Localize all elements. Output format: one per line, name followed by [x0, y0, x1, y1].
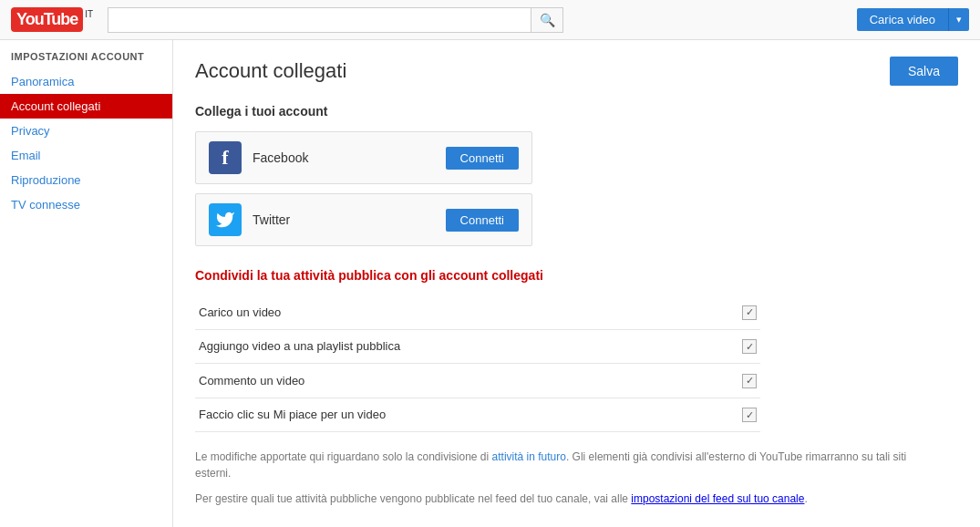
- footer-note-1: Le modifiche apportate qui riguardano so…: [195, 449, 943, 481]
- share-checkbox-3[interactable]: [742, 408, 757, 422]
- share-label-1: Aggiungo video a una playlist pubblica: [195, 329, 707, 364]
- upload-button-group: Carica video ▾: [857, 8, 969, 31]
- facebook-connect-button[interactable]: Connetti: [446, 147, 519, 170]
- sidebar-item-panoramica[interactable]: Panoramica: [0, 69, 172, 94]
- share-checkbox-0[interactable]: [742, 305, 757, 320]
- sidebar-item-email[interactable]: Email: [0, 143, 172, 168]
- twitter-account-name: Twitter: [253, 212, 446, 227]
- search-button[interactable]: 🔍: [531, 7, 563, 33]
- share-row-1: Aggiungo video a una playlist pubblica: [195, 329, 760, 364]
- share-checkbox-1[interactable]: [742, 339, 757, 354]
- share-row-2: Commento un video: [195, 364, 760, 398]
- footer-note-2: Per gestire quali tue attività pubbliche…: [195, 491, 943, 507]
- facebook-account-name: Facebook: [253, 150, 446, 165]
- sidebar: IMPOSTAZIONI ACCOUNT Panoramica Account …: [0, 40, 173, 527]
- logo-text: YouTube: [16, 10, 77, 29]
- page-title: Account collegati: [195, 59, 346, 83]
- save-button[interactable]: Salva: [890, 57, 958, 86]
- logo: YouTube IT: [11, 7, 93, 32]
- upload-button[interactable]: Carica video: [857, 8, 948, 31]
- share-label-0: Carico un video: [195, 295, 707, 329]
- share-row-0: Carico un video: [195, 295, 760, 329]
- page-header: Account collegati Salva: [195, 57, 958, 86]
- main-content: Account collegati Salva Collega i tuoi a…: [173, 40, 980, 527]
- sidebar-section-title: IMPOSTAZIONI ACCOUNT: [0, 51, 172, 69]
- share-checkbox-cell-1: [707, 329, 760, 364]
- share-section: Condividi la tua attività pubblica con g…: [195, 268, 958, 432]
- layout: IMPOSTAZIONI ACCOUNT Panoramica Account …: [0, 40, 980, 527]
- share-checkbox-cell-2: [707, 364, 760, 398]
- feed-settings-link[interactable]: impostazioni del feed sul tuo canale: [631, 492, 804, 505]
- facebook-account-card: f Facebook Connetti: [195, 131, 532, 184]
- share-label-2: Commento un video: [195, 364, 707, 398]
- sidebar-item-tv-connesse[interactable]: TV connesse: [0, 192, 172, 217]
- twitter-icon: [209, 203, 242, 236]
- search-icon: 🔍: [540, 13, 555, 27]
- logo-country: IT: [85, 9, 93, 19]
- sidebar-item-riproduzione[interactable]: Riproduzione: [0, 168, 172, 192]
- facebook-icon: f: [209, 141, 242, 174]
- search-input[interactable]: [108, 7, 531, 33]
- share-checkbox-2[interactable]: [742, 374, 757, 388]
- share-checkbox-cell-3: [707, 398, 760, 432]
- share-row-3: Faccio clic su Mi piace per un video: [195, 398, 760, 432]
- youtube-logo: YouTube: [11, 7, 83, 32]
- share-table: Carico un video Aggiungo video a una pla…: [195, 295, 760, 432]
- share-section-title: Condividi la tua attività pubblica con g…: [195, 268, 958, 283]
- header: YouTube IT 🔍 Carica video ▾: [0, 0, 980, 40]
- sidebar-item-privacy[interactable]: Privacy: [0, 119, 172, 143]
- share-label-3: Faccio clic su Mi piace per un video: [195, 398, 707, 432]
- sidebar-item-account-collegati[interactable]: Account collegati: [0, 94, 172, 119]
- twitter-connect-button[interactable]: Connetti: [446, 209, 519, 232]
- share-checkbox-cell-0: [707, 295, 760, 329]
- twitter-account-card: Twitter Connetti: [195, 193, 532, 246]
- search-bar: 🔍: [108, 7, 563, 33]
- collega-section-title: Collega i tuoi account: [195, 104, 958, 119]
- upload-dropdown-button[interactable]: ▾: [948, 8, 969, 31]
